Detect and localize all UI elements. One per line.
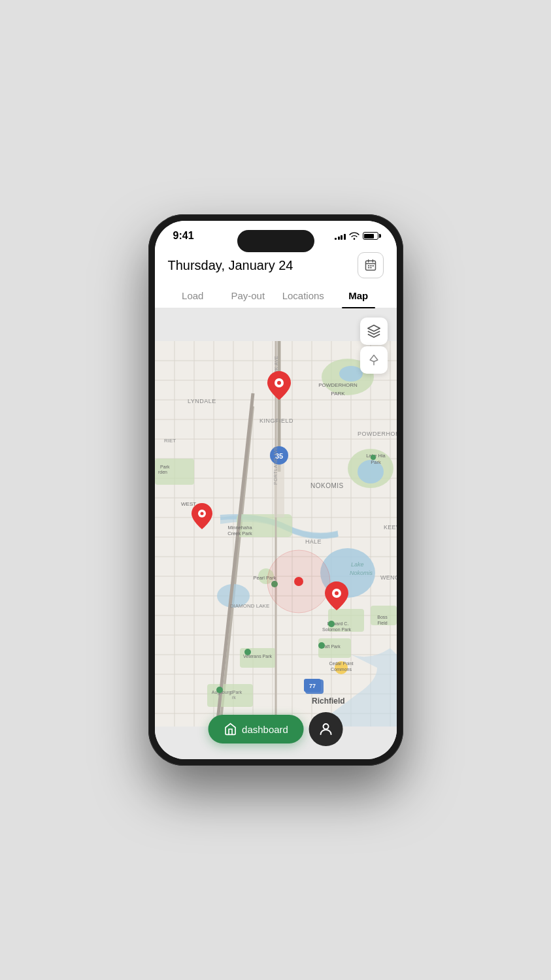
svg-rect-5 bbox=[370, 267, 372, 269]
navigation-icon bbox=[367, 353, 380, 367]
map-svg: 35 35 LYNDALE KINGFIELD RIET POWDERHORN … bbox=[155, 308, 397, 759]
svg-text:Augsburg Park: Augsburg Park bbox=[211, 690, 242, 695]
svg-text:Field: Field bbox=[377, 621, 387, 625]
tab-payout[interactable]: Pay-out bbox=[220, 284, 276, 308]
svg-text:Creek Park: Creek Park bbox=[227, 531, 252, 536]
svg-text:rden: rden bbox=[158, 470, 167, 474]
status-time: 9:41 bbox=[173, 230, 194, 242]
svg-rect-2 bbox=[370, 265, 372, 267]
home-icon bbox=[224, 723, 237, 736]
svg-text:POWDERHORN: POWDERHORN bbox=[358, 431, 397, 437]
svg-text:Taft Park: Taft Park bbox=[322, 644, 341, 649]
svg-text:PARK: PARK bbox=[331, 391, 345, 397]
phone-frame: 9:41 bbox=[148, 214, 403, 766]
svg-text:DIAMOND LAKE: DIAMOND LAKE bbox=[229, 603, 269, 609]
svg-text:WENONAH: WENONAH bbox=[380, 574, 397, 581]
svg-point-103 bbox=[244, 649, 251, 655]
signal-bar-4 bbox=[344, 234, 346, 240]
tab-load[interactable]: Load bbox=[165, 284, 221, 308]
bottom-navigation: dashboard bbox=[208, 712, 343, 746]
svg-rect-55 bbox=[207, 684, 253, 707]
svg-text:Commons: Commons bbox=[331, 667, 352, 672]
tab-map[interactable]: Map bbox=[331, 284, 386, 308]
dashboard-button[interactable]: dashboard bbox=[208, 715, 304, 743]
dynamic-island bbox=[237, 230, 314, 252]
battery-fill bbox=[364, 234, 374, 238]
svg-rect-3 bbox=[372, 265, 374, 267]
map-layers-icon bbox=[367, 324, 381, 338]
svg-text:POWDERHORN: POWDERHORN bbox=[318, 382, 358, 388]
profile-icon bbox=[318, 721, 334, 737]
svg-text:Nokomis: Nokomis bbox=[350, 570, 373, 576]
svg-text:Cedar Point: Cedar Point bbox=[329, 661, 353, 666]
map-layers-button[interactable] bbox=[360, 318, 388, 345]
svg-rect-1 bbox=[367, 265, 369, 267]
svg-text:77: 77 bbox=[309, 683, 315, 689]
svg-text:Minnehaha: Minnehaha bbox=[227, 525, 252, 531]
signal-bar-1 bbox=[335, 238, 337, 240]
header-date: Thursday, January 24 bbox=[168, 258, 293, 273]
svg-point-102 bbox=[318, 642, 325, 649]
navigation-button[interactable] bbox=[360, 346, 388, 374]
battery-icon bbox=[363, 232, 378, 240]
svg-point-42 bbox=[339, 366, 363, 382]
profile-button[interactable] bbox=[309, 712, 343, 746]
svg-text:RK AVE: RK AVE bbox=[274, 355, 278, 374]
svg-text:KINGFIELD: KINGFIELD bbox=[259, 417, 293, 424]
svg-point-101 bbox=[328, 621, 335, 627]
signal-icon bbox=[335, 232, 346, 240]
svg-point-104 bbox=[216, 687, 223, 693]
svg-text:Boss: Boss bbox=[377, 615, 388, 619]
phone-screen: 9:41 bbox=[155, 221, 397, 759]
svg-text:HALE: HALE bbox=[305, 538, 322, 545]
svg-text:WEST: WEST bbox=[181, 501, 196, 507]
svg-point-115 bbox=[335, 591, 339, 595]
svg-point-113 bbox=[294, 577, 303, 586]
map-controls bbox=[360, 318, 388, 374]
svg-text:PORTLAND AVE: PORTLAND AVE bbox=[273, 446, 278, 485]
svg-text:Richfield: Richfield bbox=[312, 696, 345, 706]
svg-text:Park: Park bbox=[371, 459, 381, 465]
svg-text:Lake Hia: Lake Hia bbox=[366, 453, 386, 459]
svg-text:Park: Park bbox=[160, 465, 170, 469]
svg-text:Lake: Lake bbox=[351, 561, 364, 568]
svg-point-109 bbox=[277, 381, 281, 385]
svg-text:KEEWAYDIN: KEEWAYDIN bbox=[384, 524, 397, 531]
svg-point-105 bbox=[371, 455, 376, 460]
wifi-icon bbox=[349, 232, 359, 240]
tab-locations[interactable]: Locations bbox=[276, 284, 331, 308]
calendar-icon bbox=[364, 259, 377, 272]
svg-point-116 bbox=[324, 724, 329, 729]
calendar-button[interactable] bbox=[358, 252, 384, 278]
signal-bar-2 bbox=[338, 237, 340, 240]
svg-text:rk: rk bbox=[232, 695, 236, 700]
svg-text:RIET: RIET bbox=[164, 438, 176, 444]
svg-text:Solomon Park: Solomon Park bbox=[322, 627, 351, 632]
status-icons bbox=[335, 232, 378, 240]
svg-text:NOKOMIS: NOKOMIS bbox=[310, 482, 344, 489]
dashboard-label: dashboard bbox=[242, 724, 288, 735]
svg-rect-4 bbox=[367, 267, 369, 269]
map-view[interactable]: 35 35 LYNDALE KINGFIELD RIET POWDERHORN … bbox=[155, 308, 397, 759]
svg-point-111 bbox=[200, 512, 203, 515]
tab-bar: Load Pay-out Locations Map bbox=[155, 284, 397, 308]
signal-bar-3 bbox=[341, 235, 342, 240]
svg-text:LYNDALE: LYNDALE bbox=[188, 398, 216, 404]
